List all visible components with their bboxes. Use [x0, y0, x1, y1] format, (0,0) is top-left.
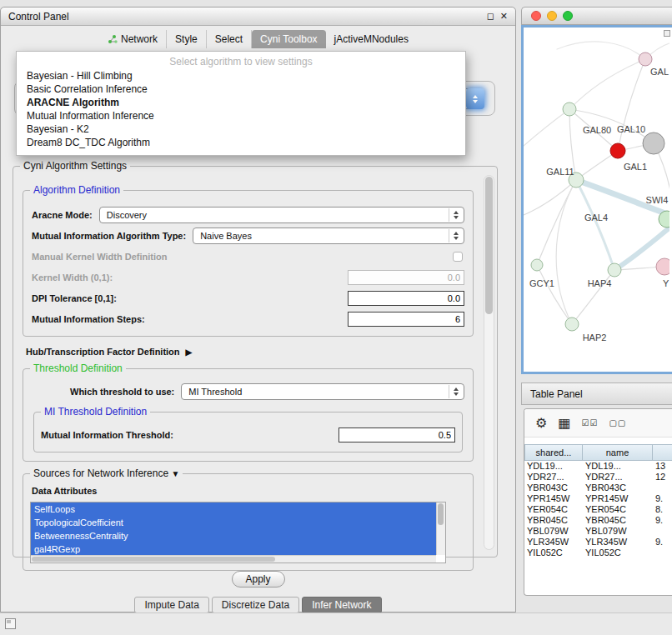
settings-group-title: Cyni Algorithm Settings [20, 160, 130, 172]
network-svg: GALGAL80GAL10GAL11GAL1SWI4GAL4GCY1HAP4YH… [524, 28, 669, 372]
table-cell: YIL052C [524, 548, 583, 558]
network-node[interactable] [531, 259, 543, 271]
network-node-label: GAL10 [617, 124, 645, 134]
aracne-mode-select[interactable]: Discovery [99, 207, 464, 223]
mi-type-select[interactable]: Naive Bayes [193, 228, 464, 244]
control-panel-window: Control Panel ◻ ✕ Network Style Select C… [0, 7, 516, 612]
network-edge [569, 59, 645, 109]
attribute-item[interactable]: BetweennessCentrality [31, 529, 436, 542]
table-cell: YLR345W [524, 537, 583, 548]
mi-threshold-label: Mutual Information Threshold: [41, 430, 173, 440]
algorithm-option[interactable]: Bayesian - K2 [17, 122, 465, 136]
tab-discretize-data[interactable]: Discretize Data [212, 597, 299, 613]
dpi-tolerance-row: DPI Tolerance [0,1]: [32, 288, 464, 308]
network-node-label: HAP2 [583, 332, 607, 342]
aracne-mode-row: Aracne Mode: Discovery [32, 204, 464, 225]
table-row[interactable]: YIL052CYIL052C [524, 548, 672, 558]
table-panel-titlebar[interactable]: Table Panel [521, 382, 672, 405]
control-panel-titlebar[interactable]: Control Panel ◻ ✕ [1, 8, 515, 26]
table-row[interactable]: YBR043CYBR043C [524, 482, 672, 493]
mi-threshold-row: Mutual Information Threshold: [41, 424, 455, 445]
table-row[interactable]: YBR045CYBR045C9. [524, 515, 672, 526]
network-node[interactable] [563, 102, 576, 116]
attribute-item[interactable]: SelfLoops [31, 502, 436, 516]
table-row[interactable]: YDL19...YDL19...13 [524, 461, 672, 472]
deselect-all-icon[interactable]: ▢▢ [609, 417, 626, 430]
algorithm-option[interactable]: ARACNE Algorithm [17, 96, 465, 109]
table-row[interactable]: YBL079WYBL079W [524, 526, 672, 537]
tab-impute-data[interactable]: Impute Data [134, 597, 208, 613]
table-row[interactable]: YLR345WYLR345W9. [524, 537, 672, 548]
algorithm-option[interactable]: Dream8 DC_TDC Algorithm [17, 136, 465, 149]
attributes-vertical-scrollbar[interactable] [436, 502, 445, 555]
table-cell [653, 482, 672, 493]
column-header-shared[interactable]: shared... [524, 444, 583, 461]
data-attributes-list[interactable]: SelfLoopsTopologicalCoefficientBetweenne… [30, 502, 446, 563]
close-traffic-light-icon[interactable] [531, 11, 541, 21]
combo-arrows-icon[interactable] [466, 88, 484, 109]
network-view-titlebar[interactable] [521, 7, 672, 25]
table-row[interactable]: YDR27...YDR27...12 [524, 472, 672, 482]
tab-infer-network[interactable]: Infer Network [302, 597, 381, 613]
hub-definition-toggle[interactable]: Hub/Transcription Factor Definition ▶ [26, 347, 474, 357]
attribute-item[interactable]: TopologicalCoefficient [31, 516, 436, 529]
network-node[interactable] [610, 143, 625, 158]
restore-panel-icon[interactable] [5, 618, 16, 629]
chevron-down-icon: ▼ [171, 469, 179, 478]
algorithm-option[interactable]: Basic Correlation Inference [17, 82, 465, 96]
minimize-traffic-light-icon[interactable] [547, 11, 557, 21]
settings-vertical-scrollbar[interactable] [484, 175, 494, 550]
which-threshold-select[interactable]: MI Threshold [181, 383, 464, 400]
bottom-strip [0, 612, 672, 635]
network-node[interactable] [639, 52, 652, 66]
tab-style[interactable]: Style [167, 30, 207, 48]
table-row[interactable]: YER054CYER054C8. [524, 504, 672, 515]
mi-steps-input[interactable] [348, 312, 464, 327]
network-canvas[interactable]: GALGAL80GAL10GAL11GAL1SWI4GAL4GCY1HAP4YH… [521, 25, 672, 374]
attribute-item[interactable]: gal4RGexp [31, 542, 436, 556]
apply-button[interactable]: Apply [231, 571, 284, 588]
column-header-name[interactable]: name [583, 444, 653, 461]
tab-network[interactable]: Network [99, 30, 167, 48]
table-header: shared... name [524, 444, 672, 461]
tab-label: Select [215, 33, 243, 45]
tab-select[interactable]: Select [207, 30, 252, 48]
table-row[interactable]: YPR145WYPR145W9. [524, 493, 672, 504]
column-header-partial[interactable] [653, 444, 672, 461]
dpi-tolerance-input[interactable] [348, 291, 464, 306]
scrollbar-thumb[interactable] [485, 177, 493, 314]
network-node-label: GAL80 [583, 125, 611, 135]
tab-label: Style [175, 33, 198, 45]
combo-arrows-icon [449, 385, 463, 398]
network-scrollbar-button[interactable] [664, 30, 670, 37]
float-window-icon[interactable]: ◻ [487, 11, 494, 22]
window-title: Control Panel [8, 11, 481, 22]
mi-threshold-input[interactable] [339, 428, 455, 442]
tab-jactivemnodules[interactable]: jActiveMNodules [326, 30, 417, 48]
algorithm-definition-title: Algorithm Definition [30, 184, 123, 197]
tab-label: jActiveMNodules [334, 33, 409, 45]
mi-steps-row: Mutual Information Steps: [32, 308, 464, 329]
tab-cyni-toolbox[interactable]: Cyni Toolbox [252, 30, 325, 48]
gear-icon[interactable]: ⚙ [535, 417, 547, 430]
table-cell: YBR043C [583, 482, 653, 493]
select-all-icon[interactable]: ☑☑ [581, 417, 598, 430]
zoom-traffic-light-icon[interactable] [563, 11, 573, 21]
table-cell: YIL052C [583, 548, 653, 558]
network-node[interactable] [656, 258, 669, 275]
network-edge [557, 42, 645, 59]
columns-icon[interactable]: ▦ [558, 417, 570, 430]
network-node[interactable] [608, 263, 621, 277]
sources-group-title[interactable]: Sources for Network Inference ▼ [30, 468, 183, 480]
attributes-horizontal-scrollbar[interactable] [31, 555, 436, 562]
mi-steps-label: Mutual Information Steps: [32, 314, 145, 324]
kernel-width-row: Kernel Width (0,1): [32, 267, 464, 288]
close-icon[interactable]: ✕ [500, 11, 508, 22]
control-panel-tabs: Network Style Select Cyni Toolbox jActiv… [1, 26, 515, 48]
network-node[interactable] [643, 132, 664, 154]
algorithm-option[interactable]: Bayesian - Hill Climbing [17, 69, 465, 82]
table-cell: YBL079W [524, 526, 583, 537]
table-cell: YER054C [583, 504, 653, 515]
algorithm-option[interactable]: Mutual Information Inference [17, 109, 465, 122]
network-node[interactable] [565, 318, 579, 331]
